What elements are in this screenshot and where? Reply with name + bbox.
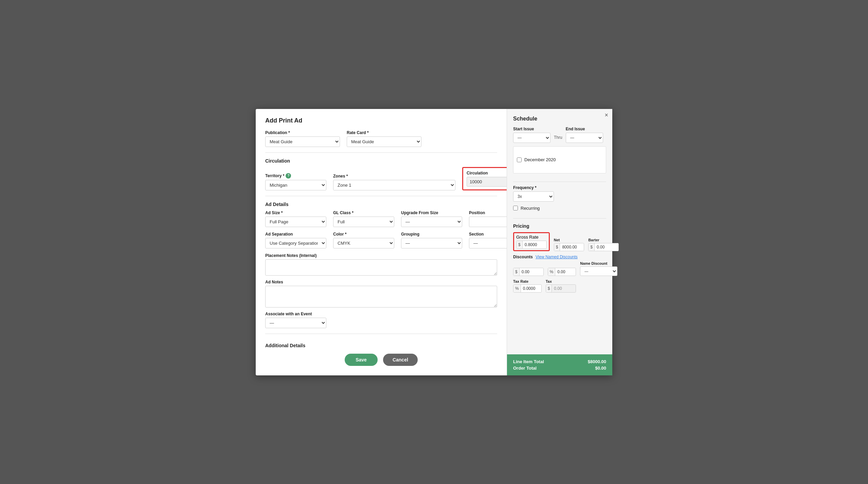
upgrade-select[interactable]: — [401, 217, 462, 227]
ad-size-select[interactable]: Full Page [265, 217, 326, 227]
grouping-select[interactable]: — [401, 238, 462, 248]
frequency-select[interactable]: 3x [513, 191, 554, 202]
close-button[interactable]: × [604, 112, 608, 119]
additional-details-label: Additional Details [265, 339, 497, 348]
ad-separation-group: Ad Separation Use Category Separation [265, 232, 326, 248]
tax-input[interactable] [552, 285, 576, 292]
ad-size-label: Ad Size * [265, 210, 326, 215]
order-total-value: $0.00 [595, 366, 606, 371]
modal-container: × Add Print Ad Publication * Meat Guide … [256, 109, 612, 375]
zones-select[interactable]: Zone 1 [333, 180, 455, 190]
line-item-footer: Line Item Total $8000.00 Order Total $0.… [507, 354, 612, 375]
order-total-row: Order Total $0.00 [513, 366, 606, 371]
ad-details-heading: Ad Details [265, 202, 497, 207]
divider-1 [265, 152, 497, 153]
discount-percent-input[interactable] [555, 268, 576, 276]
name-discount-select[interactable]: — [580, 266, 617, 276]
placement-notes-group: Placement Notes (Internal) [265, 253, 497, 276]
gross-rate-label: Gross Rate [516, 235, 547, 240]
ad-size-group: Ad Size * Full Page [265, 210, 326, 227]
discount-dollar-prefix: $ [513, 268, 520, 276]
tax-group: Tax $ [546, 279, 576, 293]
gl-class-select[interactable]: Full [333, 217, 394, 227]
circulation-input[interactable] [467, 177, 507, 187]
gross-rate-box: Gross Rate $ [513, 232, 550, 251]
grouping-group: Grouping — [401, 232, 462, 248]
section-select[interactable]: — [469, 238, 507, 248]
view-named-discounts-link[interactable]: View Named Discounts [536, 255, 578, 259]
publication-select[interactable]: Meat Guide [265, 136, 340, 147]
upgrade-label: Upgrade From Size [401, 210, 462, 215]
tax-rate-group: Tax Rate % [513, 279, 542, 293]
end-issue-group: End Issue — [566, 127, 603, 143]
barter-input[interactable] [595, 243, 618, 251]
december-2020-checkbox[interactable] [517, 157, 522, 162]
tax-prefix: $ [546, 285, 552, 292]
event-select[interactable]: — [265, 318, 326, 328]
ad-notes-group: Ad Notes [265, 280, 497, 308]
zones-label: Zones * [333, 174, 455, 179]
thru-label: Thru [554, 135, 562, 140]
tax-rate-label: Tax Rate [513, 279, 542, 283]
ad-separation-select[interactable]: Use Category Separation [265, 238, 326, 248]
line-item-total-row: Line Item Total $8000.00 [513, 359, 606, 364]
discounts-inputs-row: $ % Name Discount — [513, 261, 606, 276]
net-prefix: $ [554, 243, 560, 251]
barter-input-wrapper: $ [588, 243, 619, 251]
grouping-label: Grouping [401, 232, 462, 237]
tax-rate-input[interactable] [521, 285, 541, 292]
rate-card-label: Rate Card * [347, 130, 421, 135]
order-total-label: Order Total [513, 366, 537, 371]
net-input[interactable] [560, 243, 584, 251]
position-select[interactable] [469, 217, 507, 227]
recurring-checkbox[interactable] [513, 206, 518, 210]
upgrade-group: Upgrade From Size — [401, 210, 462, 227]
publication-label: Publication * [265, 130, 340, 135]
gross-net-barter-row: Gross Rate $ Net $ Barter $ [513, 232, 606, 251]
pricing-section: Pricing Gross Rate $ Net $ [513, 223, 606, 296]
tax-label: Tax [546, 279, 576, 283]
frequency-group: Frequency * 3x [513, 185, 606, 202]
barter-label: Barter [588, 238, 619, 242]
cancel-button[interactable]: Cancel [383, 354, 418, 366]
name-discount-label: Name Discount [580, 261, 617, 265]
net-label: Net [554, 238, 584, 242]
end-issue-select[interactable]: — [566, 133, 603, 143]
discount-dollar-group: $ [513, 268, 544, 276]
schedule-title: Schedule [513, 116, 606, 122]
start-issue-select[interactable]: — [513, 133, 550, 143]
discount-percent-wrapper: % [548, 268, 576, 276]
right-panel: Schedule Start Issue — Thru End Issue — … [507, 109, 612, 375]
modal-title: Add Print Ad [265, 117, 497, 124]
ad-notes-input[interactable] [265, 286, 497, 308]
discount-dollar-wrapper: $ [513, 268, 544, 276]
discounts-label-row: Discounts View Named Discounts [513, 255, 606, 259]
placement-notes-input[interactable] [265, 259, 497, 276]
tax-row: Tax Rate % Tax $ [513, 279, 606, 293]
territory-select[interactable]: Michigan [265, 180, 326, 190]
end-issue-label: End Issue [566, 127, 603, 131]
footer-buttons: Save Cancel [265, 348, 497, 369]
separation-row: Ad Separation Use Category Separation Co… [265, 232, 497, 248]
color-select[interactable]: CMYK [333, 238, 394, 248]
gross-rate-input[interactable] [523, 241, 546, 248]
tax-rate-wrapper: % [513, 284, 542, 293]
right-divider-2 [513, 218, 606, 219]
circulation-heading: Circulation [265, 158, 497, 164]
gross-rate-prefix: $ [517, 241, 523, 248]
discounts-title: Discounts [513, 255, 533, 259]
territory-help-icon[interactable]: ? [286, 173, 291, 179]
discount-dollar-input[interactable] [520, 268, 543, 276]
save-button[interactable]: Save [345, 354, 378, 366]
line-item-total-label: Line Item Total [513, 359, 544, 364]
rate-card-select[interactable]: Meat Guide [347, 136, 421, 147]
color-label: Color * [333, 232, 394, 237]
circulation-label: Circulation [467, 171, 507, 175]
left-panel: Add Print Ad Publication * Meat Guide Ra… [256, 109, 507, 375]
gl-class-label: GL Class * [333, 210, 394, 215]
start-issue-label: Start Issue [513, 127, 550, 131]
gl-class-group: GL Class * Full [333, 210, 394, 227]
net-input-wrapper: $ [554, 243, 584, 251]
event-group: Associate with an Event — [265, 312, 497, 328]
section-label: Section [469, 232, 507, 237]
